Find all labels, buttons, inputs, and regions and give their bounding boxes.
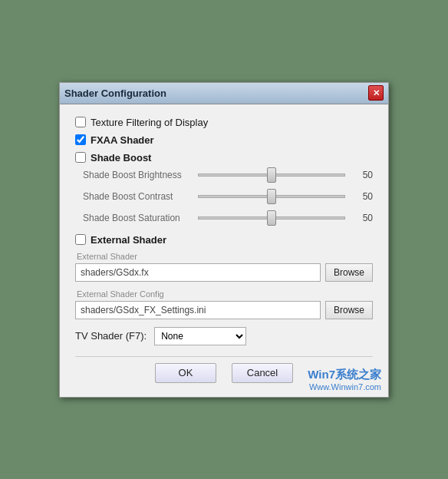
saturation-label: Shade Boost Saturation [83, 213, 198, 223]
external-shader-config-field-label: External Shader Config [77, 289, 373, 299]
brightness-slider[interactable] [198, 173, 345, 177]
external-shader-config-input[interactable] [75, 301, 321, 319]
external-shader-config-field-row: Browse [75, 301, 373, 319]
external-shader-config-field-group: External Shader Config Browse [75, 289, 373, 319]
close-button[interactable]: ✕ [368, 85, 384, 101]
brightness-slider-container [198, 173, 345, 177]
external-shader-label: External Shader [91, 234, 166, 246]
fxaa-shader-row: FXAA Shader [75, 134, 373, 146]
saturation-slider-container [198, 216, 345, 220]
tv-shader-select[interactable]: None NTSC PAL LCD CRT [154, 327, 246, 345]
shade-boost-sliders: Shade Boost Brightness 50 Shade Boost Co… [83, 170, 373, 223]
contrast-value: 50 [351, 191, 373, 202]
saturation-value: 50 [351, 213, 373, 223]
contrast-slider-container [198, 195, 345, 198]
shader-configuration-dialog: Shader Configuration ✕ Texture Filtering… [59, 82, 389, 398]
external-shader-row: External Shader [75, 234, 373, 246]
tv-shader-label: TV Shader (F7): [75, 330, 147, 342]
contrast-row: Shade Boost Contrast 50 [83, 191, 373, 202]
title-bar: Shader Configuration ✕ [60, 83, 388, 104]
external-shader-config-browse-button[interactable]: Browse [325, 301, 373, 319]
external-shader-checkbox[interactable] [75, 234, 86, 245]
contrast-label: Shade Boost Contrast [83, 191, 198, 202]
external-shader-field-label: External Shader [77, 252, 373, 261]
texture-filtering-row: Texture Filtering of Display [75, 117, 373, 128]
external-shader-field-row: Browse [75, 263, 373, 282]
shade-boost-label: Shade Boost [91, 152, 151, 164]
fxaa-shader-label: FXAA Shader [91, 134, 154, 146]
brightness-value: 50 [351, 170, 373, 180]
tv-shader-row: TV Shader (F7): None NTSC PAL LCD CRT [75, 327, 373, 345]
watermark-line1: Win7系统之家 [308, 368, 381, 382]
cancel-button[interactable]: Cancel [232, 363, 293, 383]
external-shader-field-group: External Shader Browse [75, 252, 373, 282]
texture-filtering-label: Texture Filtering of Display [91, 117, 208, 128]
watermark: Win7系统之家 Www.Winwin7.com [308, 368, 381, 391]
fxaa-shader-checkbox[interactable] [75, 134, 86, 145]
shade-boost-row: Shade Boost [75, 152, 373, 164]
texture-filtering-checkbox[interactable] [75, 117, 86, 127]
dialog-content: Texture Filtering of Display FXAA Shader… [60, 104, 388, 397]
saturation-row: Shade Boost Saturation 50 [83, 213, 373, 223]
saturation-slider[interactable] [198, 216, 345, 220]
external-shader-browse-button[interactable]: Browse [325, 263, 373, 282]
brightness-label: Shade Boost Brightness [83, 170, 198, 180]
watermark-line2: Www.Winwin7.com [308, 382, 381, 391]
external-shader-input[interactable] [75, 263, 321, 282]
contrast-slider[interactable] [198, 195, 345, 198]
shade-boost-checkbox[interactable] [75, 152, 86, 163]
ok-button[interactable]: OK [155, 363, 216, 383]
brightness-row: Shade Boost Brightness 50 [83, 170, 373, 180]
window-title: Shader Configuration [64, 88, 166, 99]
